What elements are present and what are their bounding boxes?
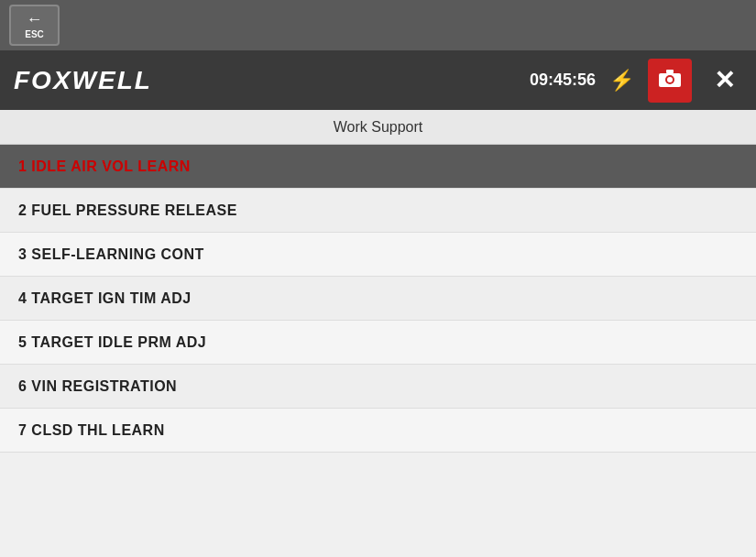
top-esc-label: ESC [25, 29, 44, 39]
top-esc-button[interactable]: ← ESC [9, 5, 60, 46]
close-icon: ✕ [714, 65, 735, 95]
top-bar: ← ESC [0, 0, 756, 50]
header-bar: FOXWELL 09:45:56 ⚡ ✕ [0, 50, 756, 110]
menu-item-5[interactable]: 5 TARGET IDLE PRM ADJ [0, 321, 756, 365]
usb-icon: ⚡ [609, 69, 634, 93]
menu-item-7[interactable]: 7 CLSD THL LEARN [0, 409, 756, 453]
title-bar: Work Support [0, 110, 756, 145]
header-right: 09:45:56 ⚡ ✕ [530, 59, 742, 103]
svg-point-2 [667, 77, 673, 82]
logo: FOXWELL [14, 66, 530, 95]
menu-item-3[interactable]: 3 SELF-LEARNING CONT [0, 233, 756, 277]
close-button[interactable]: ✕ [706, 62, 742, 99]
time-display: 09:45:56 [530, 71, 596, 90]
menu-item-4[interactable]: 4 TARGET IGN TIM ADJ [0, 277, 756, 321]
menu-item-2[interactable]: 2 FUEL PRESSURE RELEASE [0, 189, 756, 233]
svg-rect-3 [666, 70, 674, 73]
camera-button[interactable] [648, 59, 692, 103]
menu-item-1[interactable]: 1 IDLE AIR VOL LEARN [0, 145, 756, 189]
camera-icon [658, 68, 682, 93]
page-title: Work Support [334, 119, 423, 136]
menu-item-6[interactable]: 6 VIN REGISTRATION [0, 365, 756, 409]
top-esc-arrow: ← [27, 11, 43, 27]
empty-space [0, 453, 756, 557]
menu-list: 1 IDLE AIR VOL LEARN2 FUEL PRESSURE RELE… [0, 145, 756, 453]
